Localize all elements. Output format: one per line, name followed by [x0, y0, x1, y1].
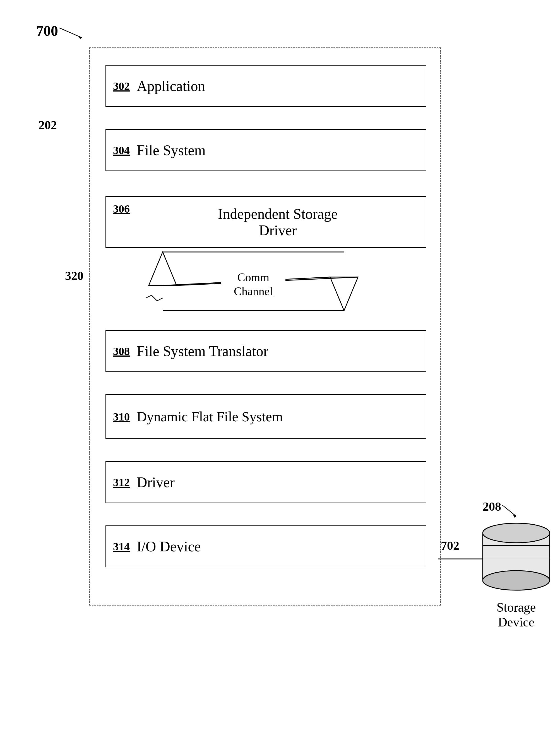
svg-line-0: [59, 28, 82, 38]
comm-channel-arrows: Comm Channel: [146, 249, 361, 313]
box-308: 308 File System Translator: [105, 330, 426, 372]
svg-point-16: [483, 571, 550, 590]
box-302: 302 Application: [105, 65, 426, 107]
box-306-label: Independent StorageDriver: [137, 206, 419, 239]
svg-marker-3: [330, 277, 358, 311]
svg-line-12: [502, 505, 516, 516]
box-312-label: Driver: [137, 474, 175, 491]
box-310-label: Dynamic Flat File System: [137, 409, 283, 425]
box-312-number: 312: [113, 476, 130, 489]
box-306-number: 306: [113, 202, 130, 215]
svg-text:Channel: Channel: [234, 285, 273, 298]
box-306: 306 Independent StorageDriver: [105, 196, 426, 248]
box-314-label: I/O Device: [137, 538, 201, 555]
label-208: 208: [483, 499, 501, 514]
svg-marker-2: [149, 252, 177, 285]
box-304-number: 304: [113, 144, 130, 157]
label-202: 202: [39, 118, 57, 132]
label-702: 702: [441, 539, 459, 553]
box-314-number: 314: [113, 540, 130, 553]
box-308-label: File System Translator: [137, 343, 268, 359]
box-302-number: 302: [113, 80, 130, 93]
main-system-box: 202 302 Application 304 File System 306 …: [89, 47, 441, 606]
box-308-number: 308: [113, 345, 130, 358]
box-310-number: 310: [113, 410, 130, 423]
box-314: 314 I/O Device: [105, 525, 426, 567]
svg-text:Comm: Comm: [237, 271, 270, 284]
svg-point-15: [483, 523, 550, 543]
box-312: 312 Driver: [105, 461, 426, 503]
svg-marker-1: [78, 36, 82, 39]
box-302-label: Application: [137, 78, 205, 94]
storage-device-label: Storage Device: [477, 600, 555, 630]
label-320: 320: [65, 269, 83, 283]
arrow-700-icon: [59, 22, 93, 39]
box-310: 310 Dynamic Flat File System: [105, 394, 426, 439]
diagram-container: 700 202 302 Application 304 File System …: [22, 17, 552, 731]
box-304-label: File System: [137, 142, 206, 158]
box-304: 304 File System: [105, 129, 426, 171]
storage-device-icon: [477, 516, 555, 594]
fig-700-label: 700: [36, 23, 58, 39]
